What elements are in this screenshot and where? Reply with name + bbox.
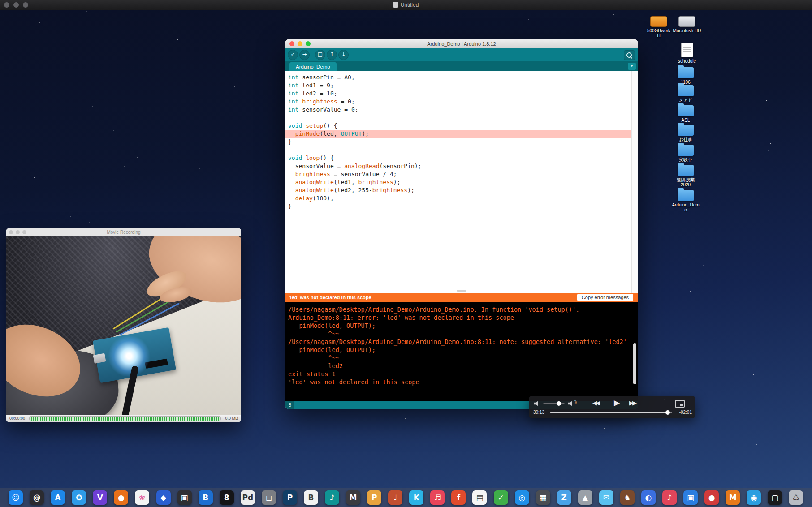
- code-line[interactable]: int brightness = 0;: [288, 98, 631, 106]
- dock-icon-app-gray-cube[interactable]: ◻: [262, 490, 276, 505]
- pip-button[interactable]: [675, 400, 685, 408]
- console-scrollbar-thumb[interactable]: [633, 343, 636, 384]
- code-line[interactable]: analogWrite(led1, brightness);: [288, 178, 631, 186]
- dock-icon-zoom[interactable]: Z: [557, 490, 571, 505]
- code-line[interactable]: sensorValue = analogRead(sensorPin);: [288, 162, 631, 170]
- code-line[interactable]: }: [288, 138, 631, 146]
- dock-icon-tv[interactable]: ▢: [768, 490, 782, 505]
- rewind-button[interactable]: ◀◀: [592, 400, 599, 406]
- arduino-title-bar[interactable]: Arduino_Demo | Arduino 1.8.12: [285, 39, 638, 48]
- dock-icon-app-blue-half[interactable]: ◐: [641, 490, 656, 505]
- star: [24, 442, 24, 443]
- dock-icon-gmail[interactable]: M: [726, 490, 740, 505]
- dock-icon-photos[interactable]: ❀: [135, 490, 149, 505]
- movie-title-bar[interactable]: Movie Recording: [6, 228, 241, 236]
- dock-icon-app-dark-grid[interactable]: ▣: [177, 490, 192, 505]
- code-token: );: [362, 130, 369, 137]
- volume-mute-icon[interactable]: [534, 401, 540, 406]
- dock-icon-pure-data[interactable]: Pd: [241, 490, 255, 505]
- code-line[interactable]: brightness = sensorValue / 4;: [288, 170, 631, 178]
- code-editor-scrollbar[interactable]: [631, 71, 638, 293]
- dock-icon-app-f-red[interactable]: f: [451, 490, 466, 505]
- dock-icon-sheet-app[interactable]: ▤: [472, 490, 487, 505]
- console-output[interactable]: /Users/nagasm/Desktop/Arduino_Demo/Ardui…: [285, 302, 638, 401]
- code-line[interactable]: void setup() {: [288, 122, 631, 130]
- code-line[interactable]: int sensorValue = 0;: [288, 106, 631, 114]
- dock-icon-app-dark-at[interactable]: @: [30, 490, 44, 505]
- dock-icon-app-store[interactable]: A: [51, 490, 65, 505]
- desktop-icon-folder-enkaku-jugyo-2020[interactable]: 遠隔授業 2020: [671, 165, 700, 187]
- code-editor[interactable]: int sensorPin = A0;int led1 = 9;int led2…: [285, 71, 638, 293]
- desktop-icon-folder-oshigoto[interactable]: お仕事: [671, 125, 700, 142]
- dock-icon-app-blue-target[interactable]: ◎: [515, 490, 529, 505]
- code-line[interactable]: int led2 = 10;: [288, 90, 631, 98]
- volume-slider-knob[interactable]: [557, 401, 561, 406]
- code-line[interactable]: int sensorPin = A0;: [288, 73, 631, 82]
- code-token: [288, 179, 295, 185]
- progress-fill: [550, 412, 667, 413]
- desktop-icon-folder-meado[interactable]: メアド: [671, 85, 700, 103]
- volume-slider[interactable]: [543, 403, 565, 404]
- code-line[interactable]: [288, 114, 631, 122]
- dock-icon-app-blue-diamond[interactable]: ◆: [156, 490, 171, 505]
- dock-icon-processing[interactable]: P: [283, 490, 297, 505]
- volume-loud-icon[interactable]: [568, 401, 574, 406]
- desktop-icon-folder-jikkenchu[interactable]: 実験中: [671, 145, 700, 162]
- dock-icon-trash[interactable]: ♺: [789, 490, 803, 505]
- code-line[interactable]: int led1 = 9;: [288, 82, 631, 90]
- verify-button[interactable]: ✓: [288, 50, 298, 60]
- sketch-tab[interactable]: Arduino_Demo: [289, 62, 337, 71]
- desktop-icon-drive-macintosh-hd[interactable]: Macintosh HD: [673, 16, 701, 33]
- desktop-icon-folder-arduino-demo[interactable]: Arduino_Demo: [671, 190, 700, 212]
- dock-icon-mail[interactable]: ✉: [599, 490, 613, 505]
- fast-forward-button[interactable]: ▶▶: [629, 400, 635, 406]
- play-button[interactable]: ▶: [614, 398, 620, 407]
- star: [685, 248, 685, 248]
- desktop-icon-drive-500gbwork-11[interactable]: 500GBwork 11: [644, 16, 673, 38]
- dock-icon-app-8ball[interactable]: 8: [220, 490, 234, 505]
- dock-icon-pages[interactable]: P: [367, 490, 381, 505]
- upload-button[interactable]: →: [299, 50, 310, 60]
- dock-icon-app-v[interactable]: V: [93, 490, 107, 505]
- dock-icon-app-b-white[interactable]: B: [304, 490, 318, 505]
- dock-icon-app-orange-note[interactable]: ♩: [388, 490, 402, 505]
- code-line[interactable]: delay(100);: [288, 194, 631, 202]
- dock-icon-finder[interactable]: ☺: [9, 490, 23, 505]
- dock-icon-keynote[interactable]: K: [409, 490, 423, 505]
- code-line[interactable]: void loop() {: [288, 154, 631, 162]
- tab-dropdown-button[interactable]: ▼: [628, 63, 636, 70]
- code-line[interactable]: analogWrite(led2, 255-brightness);: [288, 186, 631, 194]
- dock-icon-app-brown-knight[interactable]: ♞: [620, 490, 635, 505]
- serial-monitor-button[interactable]: [624, 50, 635, 60]
- progress-slider[interactable]: [550, 412, 672, 413]
- dock-icon-music[interactable]: ♬: [430, 490, 445, 505]
- dock-icon-app-gray-triangle[interactable]: ▲: [578, 490, 592, 505]
- dock-icon-safari[interactable]: ✪: [72, 490, 86, 505]
- desktop-icon-folder-1106[interactable]: 1106: [671, 67, 700, 85]
- desktop-icon-file-schedule[interactable]: schedule: [673, 43, 701, 64]
- copy-error-messages-button[interactable]: Copy error messages: [577, 294, 633, 301]
- window-title: Untitled: [0, 2, 812, 8]
- desktop-icon-folder-asl[interactable]: ASL: [671, 105, 700, 123]
- star: [547, 440, 547, 440]
- progress-knob[interactable]: [665, 410, 670, 415]
- dock-icon-app-dark-grid-2[interactable]: ▦: [536, 490, 550, 505]
- new-sketch-button[interactable]: □: [315, 50, 325, 60]
- dock-icon-firefox[interactable]: ●: [114, 490, 128, 505]
- dock-icon-app-blue-dot[interactable]: ◉: [747, 490, 761, 505]
- dock-icon-app-blue-square[interactable]: ▣: [683, 490, 698, 505]
- open-button[interactable]: ↑: [327, 50, 337, 60]
- save-button[interactable]: ↓: [338, 50, 349, 60]
- dock-icon-music-red[interactable]: ♪: [662, 490, 677, 505]
- code-line[interactable]: }: [288, 202, 631, 211]
- console-line: ^~~: [288, 330, 631, 338]
- dock-icon-app-teal-note[interactable]: ♪: [325, 490, 339, 505]
- error-banner: 'led' was not declared in this scope Cop…: [285, 293, 638, 302]
- dock-icon-app-b-blue[interactable]: B: [199, 490, 213, 505]
- dock-icon-maps[interactable]: ●: [704, 490, 719, 505]
- code-line-error-highlight[interactable]: pinMode(led, OUTPUT);: [285, 130, 638, 138]
- dock-icon-max[interactable]: M: [346, 490, 360, 505]
- code-line[interactable]: [288, 146, 631, 154]
- star: [86, 11, 87, 12]
- dock-icon-checkmark-app[interactable]: ✓: [494, 490, 508, 505]
